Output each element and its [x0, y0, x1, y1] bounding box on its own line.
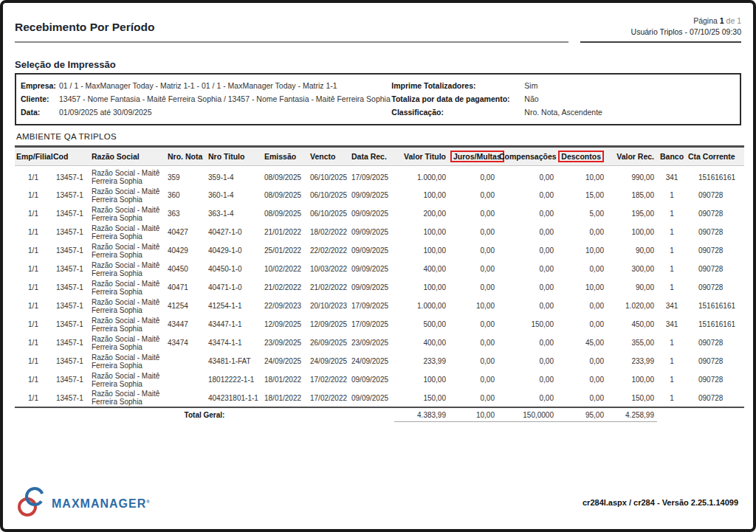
- table-cell: Razão Social - Maitê Ferreira Sophia: [90, 370, 166, 389]
- table-cell: 10,00: [557, 278, 607, 297]
- maxmanager-logo-icon: [16, 486, 50, 519]
- table-cell: 13457-1: [52, 297, 90, 315]
- table-row: 1/113457-1Razão Social - Maitê Ferreira …: [15, 370, 744, 389]
- page-label: Página: [693, 16, 718, 25]
- table-cell: 090728: [687, 223, 744, 241]
- table-cell: 40450: [166, 260, 207, 278]
- table-cell: 500,00: [394, 315, 449, 334]
- table-row: 1/113457-1Razão Social - Maitê Ferreira …: [15, 260, 744, 278]
- table-row: 1/113457-1Razão Social - Maitê Ferreira …: [15, 241, 744, 260]
- table-cell: 20/10/2023: [309, 297, 350, 315]
- table-cell: 404231801-1-1: [207, 389, 263, 407]
- table-cell: 43481-1-FAT: [207, 352, 263, 370]
- total-valor-titulo: 4.383,99: [394, 407, 449, 422]
- table-cell: 0,00: [449, 389, 498, 407]
- column-header: Valor Rec.: [607, 147, 657, 166]
- table-cell: 1: [657, 204, 687, 223]
- selection-row-classificacao: Classificação: Nro. Nota, Ascendente: [391, 106, 734, 119]
- table-cell: 08/09/2025: [263, 186, 309, 204]
- table-cell: 13457-1: [52, 241, 90, 260]
- table-cell: 0,00: [557, 389, 607, 407]
- report-title-block: Recebimento Por Período: [15, 12, 568, 43]
- table-cell: 17/02/2022: [309, 370, 350, 389]
- column-header: Juros/Multas: [449, 147, 498, 166]
- table-cell: 341: [657, 297, 687, 315]
- table-cell: 0,00: [498, 204, 557, 223]
- totaliza-pagamento-value: Não: [524, 92, 538, 106]
- table-cell: 100,00: [607, 223, 657, 241]
- table-cell: 45,00: [557, 334, 607, 352]
- table-cell: 0,00: [557, 297, 607, 315]
- table-cell: Razão Social - Maitê Ferreira Sophia: [90, 315, 166, 334]
- table-cell: Razão Social - Maitê Ferreira Sophia: [90, 166, 166, 187]
- table-cell: 359: [166, 166, 207, 187]
- table-cell: 13457-1: [52, 186, 90, 204]
- classificacao-label: Classificação:: [391, 106, 524, 119]
- table-cell: 1: [657, 223, 687, 241]
- table-cell: 17/09/2025: [350, 315, 394, 334]
- column-header: Vencto: [309, 147, 350, 166]
- table-row: 1/113457-1Razão Social - Maitê Ferreira …: [15, 315, 744, 334]
- table-cell: 1: [657, 278, 687, 297]
- data-label: Data:: [21, 106, 59, 119]
- table-cell: 1: [657, 334, 687, 352]
- table-cell: 0,00: [498, 389, 557, 407]
- table-cell: 090728: [687, 241, 744, 260]
- table-row: 1/113457-1Razão Social - Maitê Ferreira …: [15, 223, 744, 241]
- table-cell: 1/1: [15, 352, 52, 370]
- totalizadores-label: Imprime Totalizadores:: [391, 79, 524, 92]
- table-cell: 1: [657, 352, 687, 370]
- table-cell: 090728: [687, 278, 744, 297]
- table-cell: 151616161: [687, 166, 744, 187]
- table-cell: 090728: [687, 352, 744, 370]
- selection-left-column: Empresa: 01 / 1 - MaxManager Today - Mat…: [21, 79, 391, 119]
- selection-row-totaliza-pagamento: Totaliza por data de pagamento: Não: [391, 92, 734, 106]
- table-cell: 43474: [166, 334, 207, 352]
- column-header: Nro Titulo: [207, 147, 263, 166]
- column-header: Emp/Filial: [15, 147, 52, 166]
- table-cell: 13457-1: [52, 223, 90, 241]
- column-header: Cod: [52, 147, 90, 166]
- table-cell: 13457-1: [52, 389, 90, 407]
- table-row: 1/113457-1Razão Social - Maitê Ferreira …: [15, 278, 744, 297]
- table-cell: Razão Social - Maitê Ferreira Sophia: [90, 389, 166, 407]
- column-header: Valor Titulo: [394, 147, 449, 166]
- table-cell: 100,00: [607, 370, 657, 389]
- table-cell: 0,00: [449, 166, 498, 187]
- table-cell: 450,00: [607, 315, 657, 334]
- table-cell: 150,00: [394, 389, 449, 407]
- table-row: 1/113457-1Razão Social - Maitê Ferreira …: [15, 352, 744, 370]
- table-cell: 40427: [166, 223, 207, 241]
- column-header: Razão Social: [90, 147, 166, 166]
- total-empty-cell: [657, 407, 744, 422]
- table-row: 1/113457-1Razão Social - Maitê Ferreira …: [15, 297, 744, 315]
- table-cell: 150,00: [498, 315, 557, 334]
- table-cell: 09/09/2025: [350, 278, 394, 297]
- table-cell: 363: [166, 204, 207, 223]
- total-compensacoes: 150,0000: [498, 407, 557, 422]
- table-cell: 06/10/2025: [309, 186, 350, 204]
- table-cell: 1: [657, 389, 687, 407]
- page-title: Recebimento Por Período: [15, 21, 568, 34]
- empresa-value: 01 / 1 - MaxManager Today - Matriz 1-1 -…: [59, 79, 337, 92]
- table-cell: 0,00: [498, 260, 557, 278]
- table-cell: 1: [657, 241, 687, 260]
- table-cell: 0,00: [498, 166, 557, 187]
- table-cell: 355,00: [607, 334, 657, 352]
- table-cell: 090728: [687, 389, 744, 407]
- table-cell: 1/1: [15, 334, 52, 352]
- table-cell: 1/1: [15, 389, 52, 407]
- table-cell: 13457-1: [52, 278, 90, 297]
- report-footer: MAXMANAGER® cr284l.aspx / cr284 - Versão…: [16, 486, 738, 519]
- table-cell: 151616161: [687, 297, 744, 315]
- table-cell: 360-1-4: [207, 186, 263, 204]
- table-row: 1/113457-1Razão Social - Maitê Ferreira …: [15, 166, 744, 187]
- table-cell: 0,00: [557, 223, 607, 241]
- table-cell: 22/02/2022: [309, 241, 350, 260]
- table-cell: 090728: [687, 334, 744, 352]
- table-cell: 0,00: [498, 297, 557, 315]
- column-header: Cta Corrente: [687, 147, 744, 166]
- table-cell: 195,00: [607, 204, 657, 223]
- total-label: Total Geral:: [15, 407, 394, 422]
- table-cell: 200,00: [394, 204, 449, 223]
